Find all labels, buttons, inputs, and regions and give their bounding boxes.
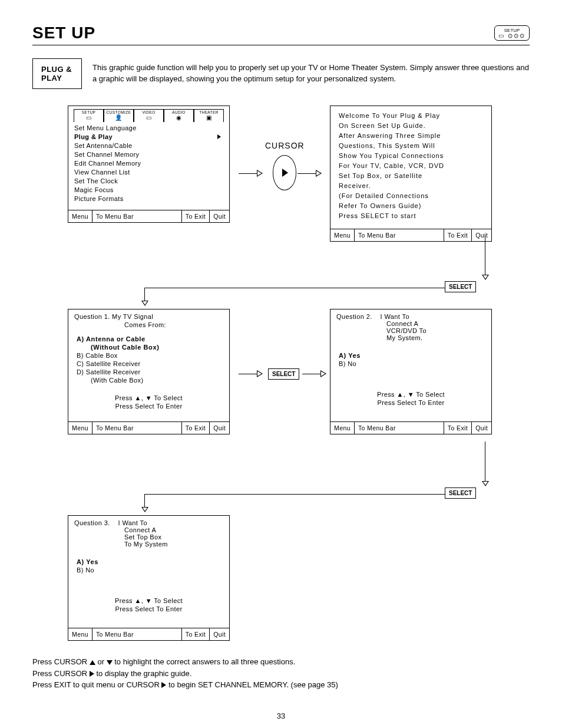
flow-arrow <box>302 374 326 374</box>
select-badge: SELECT <box>445 281 476 292</box>
footer-to-exit: To Exit <box>181 422 210 434</box>
right-arrow-icon <box>90 671 94 677</box>
flow-arrow-down <box>144 288 145 305</box>
q1-opt-a: A) Antenna or Cable <box>77 335 223 342</box>
footer-to-menu-bar: To Menu Bar <box>355 229 399 241</box>
flow-line <box>144 494 445 495</box>
setup-corner-icon: SETUP ▭ ⊙⊙⊙ <box>494 25 530 41</box>
tab-video: VIDEO▭ <box>134 109 164 122</box>
welcome-line: Welcome To Your Plug & Play <box>339 111 483 121</box>
menu-item: Set The Clock <box>74 177 223 185</box>
arrow-right-icon <box>217 134 221 139</box>
panel-footer: Menu To Menu Bar To Exit Quit <box>68 210 229 222</box>
panel-welcome: Welcome To Your Plug & Play On Screen Se… <box>330 106 492 242</box>
q1-title: Question 1. My TV Signal <box>74 313 223 320</box>
hint-line: Press Select To Enter <box>74 605 223 612</box>
q1-opt-c: C) Satellite Receiver <box>77 360 223 367</box>
welcome-line: After Answering Three Simple <box>339 131 483 141</box>
q2-sub: VCR/DVD To <box>386 327 485 334</box>
flow-arrow-down <box>144 494 145 512</box>
footer-to-exit: To Exit <box>181 210 210 222</box>
panel-question-3: Question 3. I Want To Connect A Set Top … <box>68 515 230 641</box>
cursor-oval-icon <box>273 155 296 190</box>
q3-opt-a: A) Yes <box>77 558 223 565</box>
up-arrow-icon <box>90 660 95 665</box>
menu-item: View Channel List <box>74 169 223 176</box>
menu-item: Set Channel Memory <box>74 151 223 158</box>
panel-footer: Menu To Menu Bar To Exit Quit <box>330 229 491 241</box>
hint-line: Press ▲, ▼ To Select <box>336 391 485 398</box>
select-badge: SELECT <box>268 368 299 380</box>
footer-menu: Menu <box>68 422 92 434</box>
hint-line: Press ▲, ▼ To Select <box>74 597 223 604</box>
welcome-line: For Your TV, Cable, VCR, DVD <box>339 161 483 171</box>
tab-theater: THEATER▣ <box>194 109 224 122</box>
intro-text: This graphic guide function will help yo… <box>92 62 530 85</box>
q2-sub: Connect A <box>386 320 485 327</box>
q3-opt-b: B) No <box>77 566 223 574</box>
title-rule <box>32 45 530 45</box>
footer-instructions: Press CURSOR or to highlight the correct… <box>32 656 530 691</box>
note-text: or <box>95 657 107 666</box>
q1-opt-b: B) Cable Box <box>77 352 223 359</box>
note-text: to begin SET CHANNEL MEMORY. (see page 3… <box>166 680 338 689</box>
panel-footer: Menu To Menu Bar To Exit Quit <box>68 421 229 434</box>
flow-arrow-down <box>485 235 485 279</box>
menu-item: Set Antenna/Cable <box>74 142 223 149</box>
panel-question-2: Question 2. I Want To Connect A VCR/DVD … <box>330 309 492 434</box>
footer-menu: Menu <box>68 628 92 640</box>
footer-to-menu-bar: To Menu Bar <box>355 422 399 434</box>
note-text: to display the graphic guide. <box>94 669 192 678</box>
welcome-line: Set Top Box, or Satellite <box>339 171 483 181</box>
flow-arrow <box>297 173 321 174</box>
hint-line: Press ▲, ▼ To Select <box>74 394 223 401</box>
note-text: Press CURSOR <box>32 669 90 678</box>
welcome-line: On Screen Set Up Guide. <box>339 121 483 131</box>
panel-footer: Menu To Menu Bar To Exit Quit <box>68 628 229 640</box>
welcome-line: (For Detailed Connections <box>339 191 483 201</box>
q2-sub: My System. <box>386 334 485 341</box>
select-badge: SELECT <box>445 487 476 499</box>
footer-menu: Menu <box>330 229 355 241</box>
footer-menu: Menu <box>68 210 92 222</box>
menu-item: Magic Focus <box>74 186 223 193</box>
footer-to-menu-bar: To Menu Bar <box>92 210 137 222</box>
q3-sub: To My System <box>124 541 223 548</box>
q1-opt-d: D) Satellite Receiver <box>77 368 223 375</box>
page-number: 33 <box>32 711 530 720</box>
hint-line: Press Select To Enter <box>74 403 223 410</box>
menu-tabs: SETUP▭ CUSTOMIZE👤 VIDEO▭ AUDIO◉ THEATER▣ <box>74 109 224 122</box>
footer-to-exit: To Exit <box>444 229 472 241</box>
q2-title: Question 2. I Want To <box>336 313 485 320</box>
footer-quit: Quit <box>210 210 229 222</box>
menu-item-selected: Plug & Play <box>74 133 223 140</box>
plug-play-badge: PLUG & PLAY <box>32 58 82 89</box>
menu-item: Picture Formats <box>74 195 223 202</box>
footer-to-exit: To Exit <box>444 422 472 434</box>
welcome-line: Receiver. <box>339 181 483 191</box>
page-title: SET UP <box>32 24 95 42</box>
flow-arrow-down <box>485 442 485 486</box>
setup-corner-dots: ▭ ⊙⊙⊙ <box>498 33 525 39</box>
welcome-line: Refer To Owners Guide) <box>339 201 483 211</box>
flow-arrow <box>239 374 262 374</box>
panel-footer: Menu To Menu Bar To Exit Quit <box>330 421 491 434</box>
q3-sub: Set Top Box <box>124 533 223 541</box>
footer-to-menu-bar: To Menu Bar <box>92 422 137 434</box>
panel-setup-menu: SETUP▭ CUSTOMIZE👤 VIDEO▭ AUDIO◉ THEATER▣… <box>68 106 230 223</box>
down-arrow-icon <box>107 660 113 665</box>
note-text: Press EXIT to quit menu or CURSOR <box>32 680 161 689</box>
flow-arrow <box>239 173 262 174</box>
footer-menu: Menu <box>330 422 355 434</box>
q1-sub: Comes From: <box>124 321 223 328</box>
q2-opt-b: B) No <box>339 360 485 367</box>
welcome-line: Show You Typical Connections <box>339 151 483 161</box>
footer-quit: Quit <box>472 229 491 241</box>
flow-diagram: SETUP▭ CUSTOMIZE👤 VIDEO▭ AUDIO◉ THEATER▣… <box>32 106 530 701</box>
tab-audio: AUDIO◉ <box>164 109 194 122</box>
footer-quit: Quit <box>210 628 229 640</box>
tab-setup: SETUP▭ <box>74 109 104 122</box>
q2-opt-a: A) Yes <box>339 352 485 359</box>
q3-sub: Connect A <box>124 526 223 533</box>
cursor-label: CURSOR <box>265 141 305 150</box>
